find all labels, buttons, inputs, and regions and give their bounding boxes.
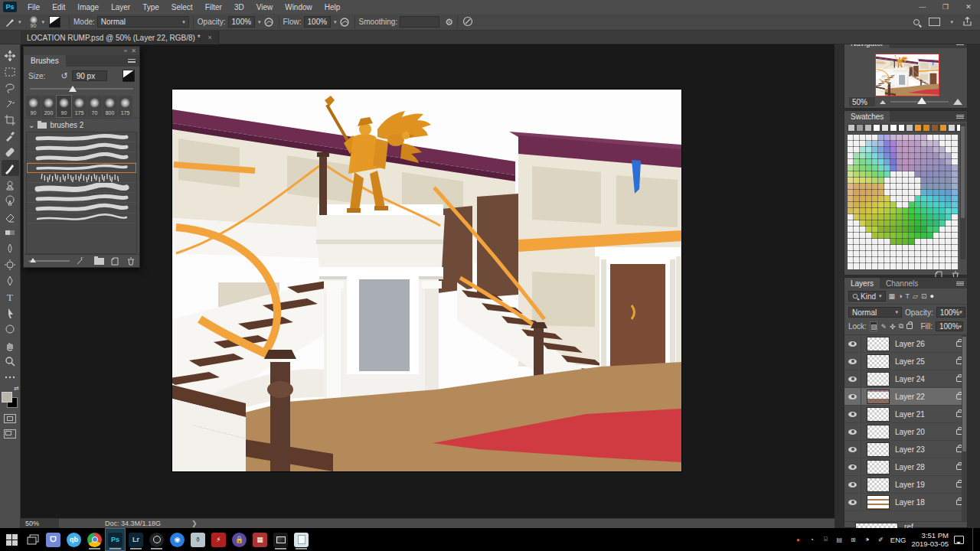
swatch[interactable] — [897, 257, 903, 263]
swatch[interactable] — [897, 251, 903, 257]
swatch[interactable] — [921, 257, 927, 263]
brush-stroke-item[interactable] — [27, 183, 136, 193]
panel-menu-icon[interactable] — [956, 282, 964, 285]
swatch[interactable] — [854, 245, 860, 251]
swatch[interactable] — [878, 220, 884, 227]
swatch[interactable] — [860, 233, 866, 239]
new-brush-icon[interactable] — [111, 257, 120, 266]
swatch[interactable] — [854, 135, 860, 141]
swatch[interactable] — [854, 257, 860, 263]
channels-tab[interactable]: Channels — [880, 278, 924, 289]
brush-stroke-preview-toggle[interactable] — [122, 70, 135, 82]
type-tool[interactable]: T — [2, 289, 19, 305]
restore-button[interactable]: ❐ — [934, 0, 957, 14]
swatch[interactable] — [952, 190, 958, 196]
status-menu-arrow[interactable]: ❯ — [191, 520, 198, 527]
swatch[interactable] — [866, 171, 872, 178]
swatch[interactable] — [915, 184, 921, 190]
swatch[interactable] — [854, 227, 860, 233]
swatch[interactable] — [939, 184, 946, 190]
smoothing-field[interactable] — [400, 16, 439, 28]
swatch[interactable] — [952, 220, 958, 227]
adjustment-filter-icon[interactable]: ◑ — [898, 292, 902, 300]
swatch[interactable] — [909, 135, 915, 141]
swatch[interactable] — [952, 196, 958, 202]
swatch[interactable] — [890, 171, 897, 178]
brush-stroke-item[interactable] — [27, 193, 136, 203]
swatch[interactable] — [866, 165, 872, 171]
move-tool[interactable] — [2, 47, 19, 64]
swatch[interactable] — [897, 220, 903, 227]
swatch[interactable] — [878, 257, 884, 263]
swatch[interactable] — [872, 190, 878, 196]
swatch[interactable] — [952, 263, 958, 269]
shape-tool[interactable] — [2, 321, 19, 337]
menu-item-type[interactable]: Type — [136, 0, 165, 14]
swatch[interactable] — [903, 190, 909, 196]
swatch[interactable] — [933, 257, 939, 263]
swatch[interactable] — [903, 184, 909, 190]
visibility-toggle[interactable] — [844, 353, 861, 370]
swatch[interactable] — [933, 202, 939, 208]
swatch[interactable] — [897, 184, 903, 190]
chevron-down-icon[interactable]: ⌄ — [28, 121, 34, 129]
eraser-tool[interactable] — [2, 208, 19, 224]
swatch[interactable] — [952, 165, 958, 171]
type-filter-icon[interactable]: T — [905, 292, 910, 300]
swatch[interactable] — [927, 171, 933, 178]
swatch[interactable] — [909, 202, 915, 208]
swatch[interactable] — [860, 171, 866, 178]
swatch[interactable] — [866, 153, 872, 159]
brush-stroke-item[interactable] — [27, 142, 136, 152]
swatch[interactable] — [866, 227, 872, 233]
swatch[interactable] — [884, 233, 890, 239]
swatch[interactable] — [909, 214, 915, 220]
swatch[interactable] — [939, 178, 946, 184]
swatch[interactable] — [860, 227, 866, 233]
swatch[interactable] — [933, 178, 939, 184]
swatch[interactable] — [914, 124, 922, 132]
menu-item-file[interactable]: File — [21, 0, 46, 14]
brush-stroke-item[interactable] — [27, 173, 136, 183]
swatch[interactable] — [872, 147, 878, 153]
blur-tool[interactable] — [2, 240, 19, 256]
swatch[interactable] — [897, 202, 903, 208]
swatch[interactable] — [878, 214, 884, 220]
swatch[interactable] — [848, 202, 854, 208]
new-group-icon[interactable] — [94, 258, 104, 265]
swatch[interactable] — [890, 208, 897, 214]
swatch[interactable] — [915, 141, 921, 147]
swatch[interactable] — [884, 196, 890, 202]
swatch[interactable] — [939, 263, 946, 269]
swatch[interactable] — [866, 159, 872, 165]
swatch[interactable] — [878, 178, 884, 184]
swatch[interactable] — [878, 227, 884, 233]
swatch[interactable] — [872, 184, 878, 190]
swatch[interactable] — [848, 147, 854, 153]
swatch[interactable] — [903, 202, 909, 208]
blend-mode-select[interactable]: Normal▾ — [848, 307, 902, 318]
swatch[interactable] — [921, 141, 927, 147]
layer-row[interactable]: Layer 19 — [844, 476, 967, 494]
eyedropper-tool[interactable] — [2, 128, 19, 144]
swatch[interactable] — [884, 257, 890, 263]
swatch[interactable] — [933, 171, 939, 178]
brushes-tab[interactable]: Brushes — [24, 55, 66, 67]
swatch[interactable] — [909, 190, 915, 196]
swatch[interactable] — [854, 202, 860, 208]
swatch[interactable] — [921, 227, 927, 233]
swatch[interactable] — [890, 159, 897, 165]
swatch[interactable] — [946, 196, 952, 202]
swatch[interactable] — [884, 214, 890, 220]
swatch[interactable] — [848, 220, 854, 227]
swatch[interactable] — [884, 141, 890, 147]
taskbar-keepass-icon[interactable]: 🔒 — [230, 529, 249, 550]
swatch[interactable] — [884, 171, 890, 178]
collapse-panel-icon[interactable]: » — [124, 47, 127, 54]
swatch[interactable] — [897, 245, 903, 251]
swatch[interactable] — [878, 147, 884, 153]
swatch[interactable] — [848, 178, 854, 184]
swatch[interactable] — [946, 257, 952, 263]
swatch[interactable] — [848, 165, 854, 171]
swatch[interactable] — [854, 251, 860, 257]
